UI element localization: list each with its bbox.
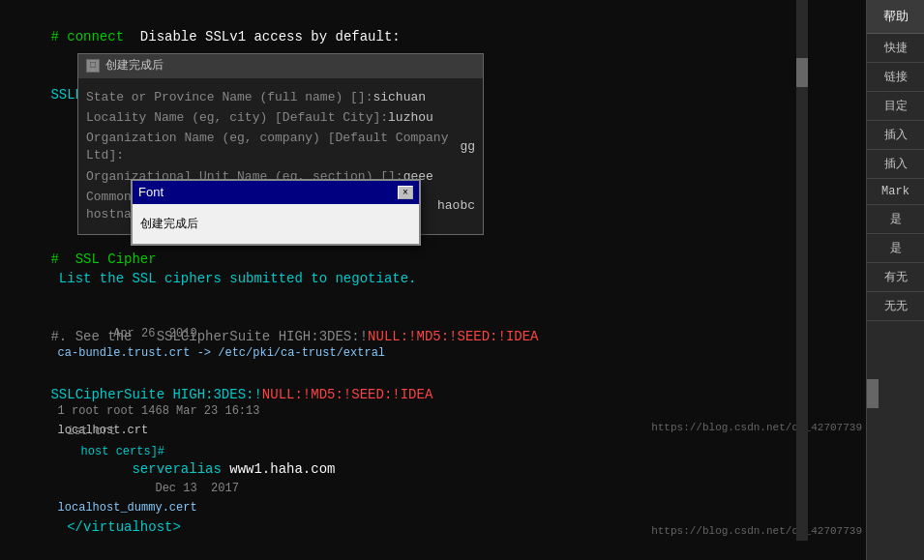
term-text: List the SSL ciphers submitted to negoti… (50, 271, 416, 286)
sidebar-item-7[interactable]: 是 (867, 234, 924, 263)
font-dialog-body: 创建完成后 (133, 204, 419, 244)
scrollbar-thumb[interactable] (796, 58, 808, 87)
term-text: # connect (50, 29, 139, 44)
font-dialog-close-button[interactable]: × (398, 186, 413, 199)
sidebar: 帮助 快捷 链接 目定 插入 插入 Mark 是 是 有无 无无 (866, 0, 924, 560)
sidebar-item-2[interactable]: 目定 (867, 92, 924, 121)
dialog-row-value: haobc (437, 197, 475, 215)
sidebar-item-8[interactable]: 有无 (867, 263, 924, 292)
sidebar-item-6[interactable]: 是 (867, 205, 924, 234)
term-text: Disable SSLv1 access by default: (140, 29, 401, 44)
vim-line-s1: serveralias www1.haha.com (0, 440, 851, 498)
dialog-row-2: Organization Name (eg, company) [Default… (86, 130, 475, 164)
terminal-content: # connect Disable SSLv1 access by defaul… (0, 0, 866, 560)
dialog-row-label: State or Province Name (full name) []: (86, 89, 373, 106)
dialog-row-label: Organization Name (eg, company) [Default… (86, 130, 460, 164)
font-dialog-titlebar: Font × (133, 181, 419, 204)
file-name: ca-bundle.trust.crt -> /etc/pki/ca-trust… (58, 346, 385, 360)
dialog-row-1: Locality Name (eg, city) [Default City]:… (86, 109, 475, 127)
vim-line-s3: <virtualhost 192.168.168.145:443> (0, 556, 851, 560)
main-lower-vim: serveralias www1.haha.com </virtualhost>… (0, 440, 851, 560)
font-dialog-title-text: Font (138, 184, 164, 201)
sidebar-help-label: 帮助 (867, 0, 924, 34)
sidebar-item-1[interactable]: 链接 (867, 63, 924, 92)
dialog-titlebar: □ 创建完成后 (78, 54, 483, 78)
term-text: </virtualhost> (67, 519, 181, 535)
term-text: # SSL Cipher (50, 251, 156, 267)
term-text: serveralias (67, 461, 229, 477)
sidebar-scroll-area (867, 321, 924, 560)
sidebar-scrollbar-thumb[interactable] (867, 379, 879, 408)
sidebar-scrollbar[interactable] (867, 321, 879, 560)
sidebar-item-5[interactable]: Mark (867, 179, 924, 205)
watermark-bottom: https://blog.csdn.net/qq_42707739 (651, 524, 862, 539)
dialog-row-0: State or Province Name (full name) []:si… (86, 89, 475, 106)
font-dialog-row: 创建完成后 (140, 216, 411, 232)
font-label-text: 创建完成后 (140, 216, 218, 232)
dialog-row-value: luzhou (388, 109, 433, 127)
dialog-row-value: gg (460, 138, 475, 156)
dialog-close-button[interactable]: □ (86, 59, 100, 73)
sidebar-item-0[interactable]: 快捷 (867, 34, 924, 63)
dialog-row-label: Locality Name (eg, city) [Default City]: (86, 109, 388, 127)
font-dialog: Font × 创建完成后 (131, 179, 421, 246)
term-text: ist.crt (67, 425, 115, 438)
terminal-main: # connect Disable SSLv1 access by defaul… (0, 0, 866, 560)
terminal-scrollbar[interactable] (796, 0, 808, 541)
watermark-mid: https://blog.csdn.net/qq_42707739 (651, 421, 862, 435)
sidebar-item-3[interactable]: 插入 (867, 121, 924, 150)
sidebar-item-9[interactable]: 无无 (867, 292, 924, 321)
sidebar-item-4[interactable]: 插入 (867, 150, 924, 179)
file-meta: Apr 26 2019 (58, 327, 204, 340)
file-entry-1: Apr 26 2019 ca-bundle.trust.crt -> /etc/… (0, 305, 561, 382)
dialog-row-value: sichuan (373, 89, 426, 106)
term-text: www1.haha.com (229, 461, 335, 477)
dialog-title-text: 创建完成后 (105, 58, 164, 74)
